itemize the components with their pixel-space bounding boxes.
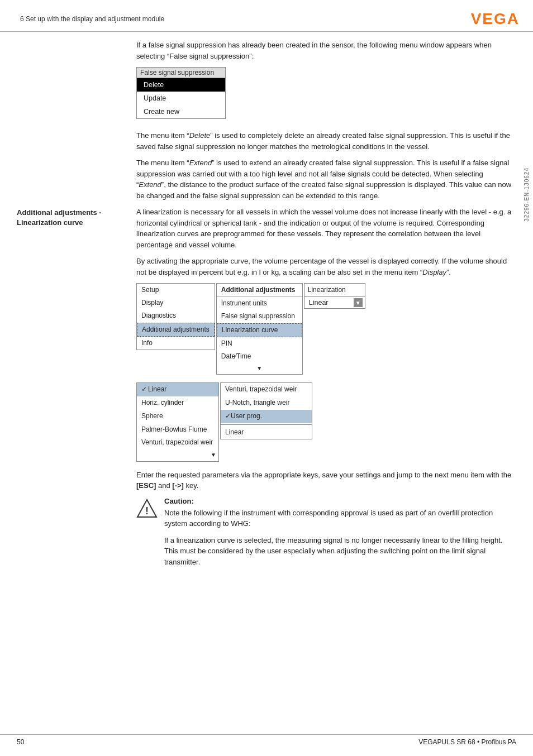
list-linear[interactable]: Linear	[137, 383, 218, 396]
adj-linearization-curve[interactable]: Linearization curve	[217, 323, 302, 337]
right-col: If a false signal suppression has alread…	[123, 40, 533, 207]
caution-line2: If a linearization curve is selected, th…	[164, 535, 512, 568]
ui-panels-row1: Setup Display Diagnostics Additional adj…	[136, 283, 512, 375]
nav-setup[interactable]: Setup	[137, 284, 215, 296]
menu-item-update[interactable]: Update	[137, 92, 225, 105]
list-scroll-down2[interactable]: ▼	[137, 449, 218, 461]
page-wrapper: 6 Set up with the display and adjustment…	[0, 0, 533, 756]
nav-info[interactable]: Info	[137, 337, 215, 350]
footer-bar: 50 VEGAPULS SR 68 • Profibus PA	[0, 734, 533, 746]
list-sphere[interactable]: Sphere	[137, 410, 218, 423]
intro-paragraph: If a false signal suppression has alread…	[136, 40, 512, 61]
list-divider	[221, 424, 312, 425]
caution-line1: Note the following if the instrument wit…	[164, 508, 512, 529]
dropdown-arrow-icon[interactable]: ▼	[354, 298, 363, 307]
list-palmer-bowlus[interactable]: Palmer-Bowlus Flume	[137, 423, 218, 437]
linearization-title: Linearization	[304, 284, 365, 296]
caution-content: Caution: Note the following if the instr…	[164, 497, 512, 573]
left-col-top	[0, 40, 123, 207]
linearization-panel: Linearization Linear ▼	[304, 283, 365, 309]
additional-adjustments-section: Additional adjustments - Linearization c…	[0, 207, 533, 578]
right-col-linearization: A linearization is necessary for all ves…	[123, 207, 533, 578]
extend-paragraph: The menu item “Extend” is used to extend…	[136, 157, 512, 201]
caution-title: Caution:	[164, 497, 512, 505]
content-area: If a false signal suppression has alread…	[0, 40, 533, 207]
linearization-display-text: By activating the appropriate curve, the…	[136, 256, 512, 277]
adj-instrument-units[interactable]: Instrunent units	[217, 297, 302, 310]
caution-icon: !	[136, 498, 158, 519]
enter-params-text: Enter the requested parameters via the a…	[136, 470, 512, 491]
section-label: Additional adjustments - Linearization c…	[17, 207, 123, 228]
footer-page-number: 50	[17, 738, 24, 746]
nav-panel: Setup Display Diagnostics Additional adj…	[136, 283, 215, 350]
adj-date-time[interactable]: Date∕Time	[217, 350, 302, 363]
nav-diagnostics[interactable]: Diagnostics	[137, 309, 215, 322]
ui-panels-row2: Linear Horiz. cylinder Sphere Palmer-Bow…	[136, 382, 512, 461]
list-venturi-trap[interactable]: Venturi, trapezoidal weir	[137, 436, 218, 449]
adj-scroll-down[interactable]: ▼	[217, 363, 302, 374]
chapter-title: 6 Set up with the display and adjustment…	[20, 15, 164, 23]
list-linear2[interactable]: Linear	[221, 426, 312, 439]
nav-additional-adjustments[interactable]: Additional adjustments	[137, 323, 215, 337]
list-user-prog[interactable]: ✓User prog.	[221, 410, 312, 423]
list-u-notch[interactable]: U-Notch, triangle weir	[221, 396, 312, 410]
svg-text:!: !	[145, 505, 149, 516]
footer-product-name: VEGAPULS SR 68 • Profibus PA	[418, 738, 516, 746]
adjustments-panel: Additional adjustments Instrunent units …	[216, 283, 303, 375]
linearization-list-left: Linear Horiz. cylinder Sphere Palmer-Bow…	[136, 382, 219, 461]
vega-logo: VEGA	[471, 10, 520, 28]
left-col-section: Additional adjustments - Linearization c…	[0, 207, 123, 578]
list-venturi-trap2[interactable]: Venturi, trapezoidal weir	[221, 383, 312, 396]
menu-item-delete[interactable]: Delete	[137, 78, 225, 92]
adj-false-signal[interactable]: False signal suppression	[217, 310, 302, 323]
nav-display[interactable]: Display	[137, 296, 215, 309]
menu-item-create-new[interactable]: Create new	[137, 105, 225, 118]
side-docid: 32296-EN-130624	[524, 168, 530, 222]
linearization-dropdown[interactable]: Linear ▼	[304, 296, 365, 308]
caution-block: ! Caution: Note the following if the ins…	[136, 497, 512, 573]
linearization-intro: A linearization is necessary for all ves…	[136, 207, 512, 250]
header-bar: 6 Set up with the display and adjustment…	[0, 10, 533, 32]
adj-pin[interactable]: PIN	[217, 337, 302, 350]
linearization-value: Linear	[307, 298, 354, 307]
false-signal-menu-box: False signal suppression Delete Update C…	[136, 67, 226, 119]
delete-paragraph: The menu item “Delete” is used to comple…	[136, 130, 512, 152]
menu-box-title: False signal suppression	[137, 68, 225, 78]
list-horiz-cylinder[interactable]: Horiz. cylinder	[137, 396, 218, 410]
adjustments-title: Additional adjustments	[217, 284, 302, 297]
linearization-list-right: Venturi, trapezoidal weir U-Notch, trian…	[220, 382, 312, 439]
